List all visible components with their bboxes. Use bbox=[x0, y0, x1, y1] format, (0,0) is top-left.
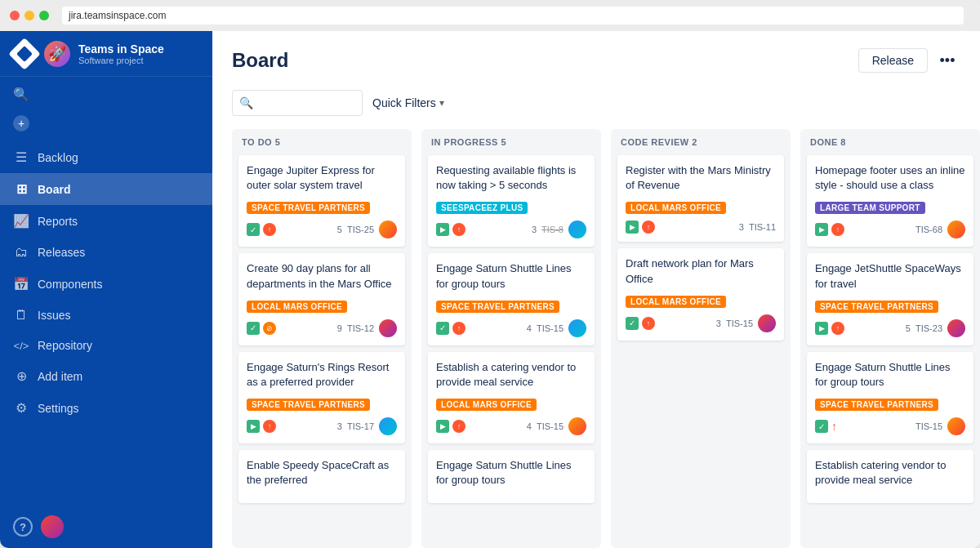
card-icons: ✓ ↑ bbox=[247, 223, 332, 236]
add-item-icon: ⊕ bbox=[13, 368, 29, 384]
column-codereview: CODE REVIEW 2 Register with the Mars Min… bbox=[611, 129, 791, 548]
checkbox-icon: ✓ bbox=[436, 322, 449, 335]
card-avatar bbox=[379, 221, 397, 238]
card-count: 3 bbox=[739, 222, 744, 232]
priority-icon: ↑ bbox=[263, 223, 276, 236]
card-title: Establish catering vendor to provide mea… bbox=[815, 458, 965, 488]
app-layout: 🚀 Teams in Space Software project 🔍 + ☰ … bbox=[0, 31, 980, 548]
card-avatar bbox=[568, 221, 586, 238]
card-meta: ▶ ↑ TIS-68 bbox=[815, 221, 965, 238]
story-icon: ▶ bbox=[626, 221, 639, 234]
card-icons: ▶ ↑ bbox=[815, 223, 911, 236]
maximize-button[interactable] bbox=[39, 11, 49, 20]
project-name: Teams in Space bbox=[78, 42, 164, 56]
checkbox-icon: ✓ bbox=[815, 420, 828, 433]
card-title: Engage Saturn Shuttle Lines for group to… bbox=[815, 360, 965, 390]
card-avatar bbox=[379, 319, 397, 337]
card-count: 4 bbox=[527, 323, 532, 333]
sidebar-item-reports[interactable]: 📈 Reports bbox=[0, 205, 212, 237]
board-area: TO DO 5 Engage Jupiter Express for outer… bbox=[212, 123, 980, 548]
card-meta: ▶ ↑ 5 TIS-23 bbox=[815, 319, 965, 337]
sidebar-item-components[interactable]: 📅 Components bbox=[0, 268, 212, 300]
card-cr-1[interactable]: Register with the Mars Ministry of Reven… bbox=[617, 155, 784, 242]
card-todo-3[interactable]: Engage Saturn's Rings Resort as a prefer… bbox=[238, 352, 405, 443]
card-todo-2[interactable]: Create 90 day plans for all departments … bbox=[238, 253, 405, 345]
sidebar-item-label: Releases bbox=[38, 246, 85, 259]
titlebar: jira.teamsinspace.com bbox=[0, 0, 980, 31]
card-tag: SPACE TRAVEL PARTNERS bbox=[247, 202, 370, 214]
card-avatar bbox=[947, 417, 965, 435]
app-window: jira.teamsinspace.com 🚀 Teams in Space S… bbox=[0, 0, 980, 548]
card-avatar bbox=[379, 417, 397, 435]
card-ip-1[interactable]: Requesting available flights is now taki… bbox=[428, 155, 595, 247]
sidebar-item-issues[interactable]: 🗒 Issues bbox=[0, 300, 212, 331]
card-icons: ✓ ↑ bbox=[436, 322, 522, 335]
release-button[interactable]: Release bbox=[858, 48, 928, 73]
checkbox-icon: ✓ bbox=[247, 322, 260, 335]
close-button[interactable] bbox=[10, 11, 20, 20]
card-title: Register with the Mars Ministry of Reven… bbox=[626, 163, 776, 193]
page-header: Board Release ••• bbox=[212, 31, 980, 83]
card-done-2[interactable]: Engage JetShuttle SpaceWays for travel S… bbox=[807, 253, 973, 345]
card-tag: LOCAL MARS OFFICE bbox=[626, 202, 726, 214]
card-done-4[interactable]: Establish catering vendor to provide mea… bbox=[807, 450, 973, 502]
card-id: TIS-15 bbox=[537, 421, 564, 431]
search-box[interactable]: 🔍 bbox=[232, 90, 363, 116]
priority-icon: ↑ bbox=[642, 317, 655, 330]
sidebar-item-releases[interactable]: 🗂 Releases bbox=[0, 237, 212, 268]
sidebar-item-settings[interactable]: ⚙ Settings bbox=[0, 392, 212, 424]
card-id: TIS-8 bbox=[541, 225, 564, 234]
story-icon: ▶ bbox=[436, 420, 449, 433]
card-ip-4[interactable]: Engage Saturn Shuttle Lines for group to… bbox=[428, 450, 595, 502]
sidebar-item-add-item[interactable]: ⊕ Add item bbox=[0, 360, 212, 392]
card-todo-4[interactable]: Enable Speedy SpaceCraft as the preferre… bbox=[238, 450, 405, 502]
sidebar-item-label: Components bbox=[38, 278, 102, 291]
reports-icon: 📈 bbox=[13, 213, 29, 229]
card-count: 5 bbox=[906, 323, 911, 333]
user-avatar[interactable] bbox=[41, 515, 64, 538]
sidebar-item-label: Reports bbox=[38, 215, 78, 228]
sidebar-create[interactable]: + bbox=[0, 112, 212, 141]
card-title: Draft network plan for Mars Office bbox=[626, 256, 776, 286]
card-title: Engage Saturn Shuttle Lines for group to… bbox=[436, 261, 586, 291]
card-ip-2[interactable]: Engage Saturn Shuttle Lines for group to… bbox=[428, 253, 595, 345]
card-meta: ✓ ↑ TIS-15 bbox=[815, 417, 965, 435]
card-icons: ▶ ↑ bbox=[815, 322, 901, 335]
card-icons: ▶ ↑ bbox=[626, 221, 734, 234]
search-icon: 🔍 bbox=[13, 87, 29, 102]
sidebar-item-label: Backlog bbox=[38, 151, 78, 164]
card-id: TIS-17 bbox=[347, 421, 374, 431]
main-content: Board Release ••• 🔍 Quick Filters ▾ bbox=[212, 31, 980, 548]
column-cards-todo: Engage Jupiter Express for outer solar s… bbox=[232, 152, 412, 548]
card-count: 9 bbox=[337, 323, 342, 333]
column-cards-done: Homepage footer uses an inline style - s… bbox=[800, 152, 980, 548]
card-cr-2[interactable]: Draft network plan for Mars Office LOCAL… bbox=[617, 248, 784, 340]
quick-filters[interactable]: Quick Filters ▾ bbox=[372, 96, 444, 109]
card-meta: ▶ ↑ 3 TIS-11 bbox=[626, 221, 776, 234]
sidebar-item-board[interactable]: ⊞ Board bbox=[0, 173, 212, 205]
story-icon: ▶ bbox=[436, 223, 449, 236]
project-info: Teams in Space Software project bbox=[78, 42, 164, 65]
minimize-button[interactable] bbox=[24, 11, 34, 20]
sidebar-item-backlog[interactable]: ☰ Backlog bbox=[0, 141, 212, 173]
components-icon: 📅 bbox=[13, 276, 29, 292]
help-button[interactable]: ? bbox=[13, 517, 33, 537]
backlog-icon: ☰ bbox=[13, 149, 29, 165]
url-text: jira.teamsinspace.com bbox=[69, 10, 166, 21]
card-tag: SPACE TRAVEL PARTNERS bbox=[247, 399, 370, 411]
card-todo-1[interactable]: Engage Jupiter Express for outer solar s… bbox=[238, 155, 405, 247]
card-meta: ✓ ↑ 5 TIS-25 bbox=[247, 221, 397, 238]
sidebar-item-repository[interactable]: </> Repository bbox=[0, 331, 212, 360]
card-done-3[interactable]: Engage Saturn Shuttle Lines for group to… bbox=[807, 352, 973, 443]
card-done-1[interactable]: Homepage footer uses an inline style - s… bbox=[807, 155, 973, 247]
card-tag: SPACE TRAVEL PARTNERS bbox=[436, 301, 559, 313]
quick-filters-label: Quick Filters bbox=[372, 96, 436, 109]
more-menu-button[interactable]: ••• bbox=[934, 47, 960, 74]
card-meta: ▶ ↑ 4 TIS-15 bbox=[436, 417, 586, 435]
sidebar-nav: ☰ Backlog ⊞ Board 📈 Reports 🗂 Releases 📅 bbox=[0, 141, 212, 506]
sidebar-search[interactable]: 🔍 bbox=[0, 77, 212, 112]
card-title: Homepage footer uses an inline style - s… bbox=[815, 163, 965, 193]
card-tag: LOCAL MARS OFFICE bbox=[626, 296, 726, 308]
url-bar[interactable]: jira.teamsinspace.com bbox=[62, 7, 964, 25]
card-ip-3[interactable]: Establish a catering vendor to provide m… bbox=[428, 352, 595, 443]
